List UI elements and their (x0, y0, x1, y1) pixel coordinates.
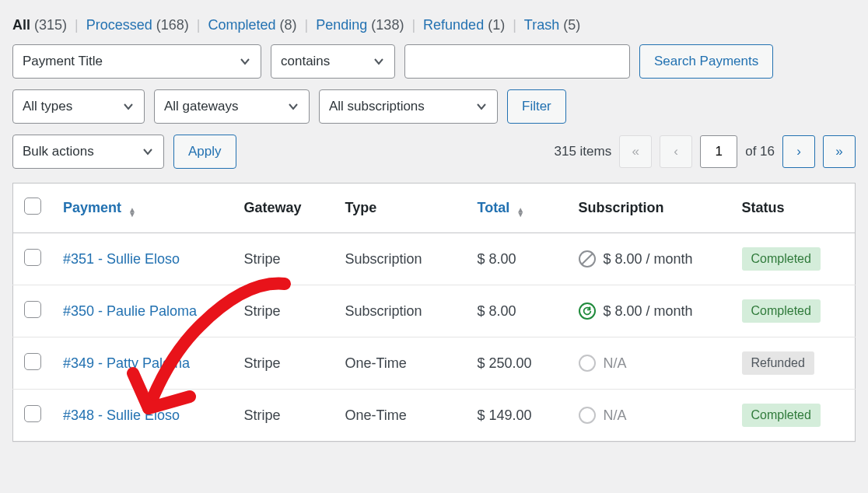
payment-link[interactable]: #351 - Sullie Eloso (63, 251, 180, 267)
search-row: Payment Title contains Search Payments (12, 44, 856, 79)
payments-table: Payment ▲▼ Gateway Type Total ▲▼ Subscri… (12, 183, 856, 442)
filter-refunded[interactable]: Refunded (1) (423, 17, 505, 33)
col-subscription: Subscription (568, 184, 731, 233)
types-select[interactable]: All types (12, 89, 145, 124)
cell-type: One-Time (334, 337, 467, 390)
payment-link[interactable]: #349 - Patty Paloma (63, 355, 190, 371)
table-row: #348 - Sullie ElosoStripeOne-Time$ 149.0… (13, 390, 856, 442)
status-badge: Completed (742, 247, 821, 271)
select-all-checkbox[interactable] (24, 198, 41, 215)
sort-icon: ▲▼ (128, 208, 136, 217)
cell-type: Subscription (334, 233, 467, 285)
search-payments-button[interactable]: Search Payments (639, 44, 773, 79)
separator: | (72, 17, 82, 33)
gateways-select[interactable]: All gateways (154, 89, 310, 124)
filter-row: All types All gateways All subscriptions… (12, 89, 856, 124)
pager-last[interactable]: » (823, 135, 856, 168)
chevron-down-icon (373, 55, 385, 68)
cell-total: $ 250.00 (467, 337, 568, 390)
filter-trash[interactable]: Trash (5) (524, 17, 580, 33)
cell-type: One-Time (334, 390, 467, 442)
chevron-down-icon (239, 55, 251, 68)
filter-pending[interactable]: Pending (138) (316, 17, 404, 33)
cancel-icon (579, 250, 596, 267)
cell-subscription: N/A (579, 407, 720, 424)
chevron-down-icon (142, 145, 154, 158)
cell-type: Subscription (334, 285, 467, 337)
table-row: #350 - Paulie PalomaStripeSubscription$ … (13, 285, 856, 337)
row-checkbox[interactable] (24, 301, 41, 318)
pager-page-input[interactable] (700, 135, 737, 168)
pager-item-count: 315 items (554, 144, 611, 159)
cell-total: $ 149.00 (467, 390, 568, 442)
cell-gateway: Stripe (233, 337, 334, 390)
row-checkbox[interactable] (24, 353, 41, 370)
cell-subscription: N/A (579, 355, 720, 372)
col-status: Status (731, 184, 856, 233)
chevron-down-icon (287, 100, 299, 113)
apply-button[interactable]: Apply (173, 135, 236, 169)
sort-icon: ▲▼ (516, 208, 524, 217)
separator: | (302, 17, 312, 33)
pager-next[interactable]: › (782, 135, 815, 168)
search-input[interactable] (404, 44, 630, 79)
cell-gateway: Stripe (233, 233, 334, 285)
bulk-actions-select[interactable]: Bulk actions (12, 135, 164, 169)
search-field-select[interactable]: Payment Title (12, 44, 261, 79)
row-checkbox[interactable] (24, 249, 41, 266)
separator: | (194, 17, 204, 33)
cell-gateway: Stripe (233, 285, 334, 337)
separator: | (408, 17, 418, 33)
bulk-and-pager-row: Bulk actions Apply 315 items « ‹ of 16 ›… (12, 135, 856, 169)
cell-subscription: $ 8.00 / month (579, 302, 720, 320)
cell-gateway: Stripe (233, 390, 334, 442)
separator: | (509, 17, 520, 33)
cell-total: $ 8.00 (467, 285, 568, 337)
payment-link[interactable]: #348 - Sullie Eloso (63, 407, 180, 423)
table-row: #349 - Patty PalomaStripeOne-Time$ 250.0… (13, 337, 856, 390)
status-badge: Refunded (742, 351, 814, 375)
empty-circle-icon (579, 407, 596, 424)
row-checkbox[interactable] (24, 405, 41, 422)
filter-processed[interactable]: Processed (168) (86, 17, 189, 33)
payment-link[interactable]: #350 - Paulie Paloma (63, 303, 197, 319)
col-type: Type (334, 184, 467, 233)
pager-prev: ‹ (660, 135, 692, 168)
status-filter-links: All (315) | Processed (168) | Completed … (12, 14, 856, 44)
filter-all[interactable]: All (315) (12, 17, 67, 33)
cell-total: $ 8.00 (467, 233, 568, 285)
pager-of-total: of 16 (745, 144, 775, 159)
search-op-select[interactable]: contains (271, 44, 395, 79)
subscriptions-select[interactable]: All subscriptions (319, 89, 498, 124)
status-badge: Completed (742, 404, 821, 427)
col-gateway: Gateway (233, 184, 334, 233)
pager: 315 items « ‹ of 16 › » (554, 135, 856, 168)
cell-subscription: $ 8.00 / month (579, 250, 720, 267)
filter-button[interactable]: Filter (507, 89, 566, 124)
filter-completed[interactable]: Completed (8) (208, 17, 297, 33)
refresh-icon (579, 302, 596, 320)
table-row: #351 - Sullie ElosoStripeSubscription$ 8… (13, 233, 856, 285)
pager-first: « (619, 135, 652, 168)
status-badge: Completed (742, 299, 821, 323)
chevron-down-icon (475, 100, 488, 113)
empty-circle-icon (579, 355, 596, 372)
col-total[interactable]: Total ▲▼ (467, 184, 568, 233)
chevron-down-icon (122, 100, 135, 113)
col-payment[interactable]: Payment ▲▼ (52, 184, 233, 233)
